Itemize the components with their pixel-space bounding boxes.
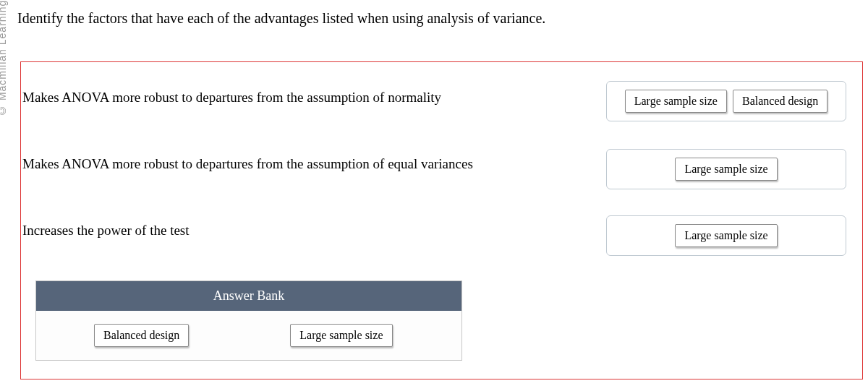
- drop-target-3[interactable]: Large sample size: [606, 215, 846, 256]
- answer-chip[interactable]: Large sample size: [675, 224, 777, 247]
- bank-chip-large-sample[interactable]: Large sample size: [290, 324, 392, 347]
- answer-bank-options[interactable]: Balanced design Large sample size: [36, 311, 461, 360]
- answer-bank: Answer Bank Balanced design Large sample…: [35, 280, 462, 361]
- bank-chip-balanced[interactable]: Balanced design: [94, 324, 189, 347]
- copyright-text: © Macmillan Learning: [0, 0, 8, 145]
- answer-bank-title: Answer Bank: [36, 281, 461, 311]
- question-prompt: Identify the factors that have each of t…: [17, 10, 545, 27]
- answer-chip[interactable]: Large sample size: [675, 158, 777, 181]
- drop-target-1[interactable]: Large sample size Balanced design: [606, 81, 846, 121]
- answer-chip[interactable]: Large sample size: [625, 90, 727, 113]
- answer-chip[interactable]: Balanced design: [733, 90, 827, 113]
- drop-target-2[interactable]: Large sample size: [606, 149, 846, 189]
- question-area: Makes ANOVA more robust to departures fr…: [20, 61, 863, 379]
